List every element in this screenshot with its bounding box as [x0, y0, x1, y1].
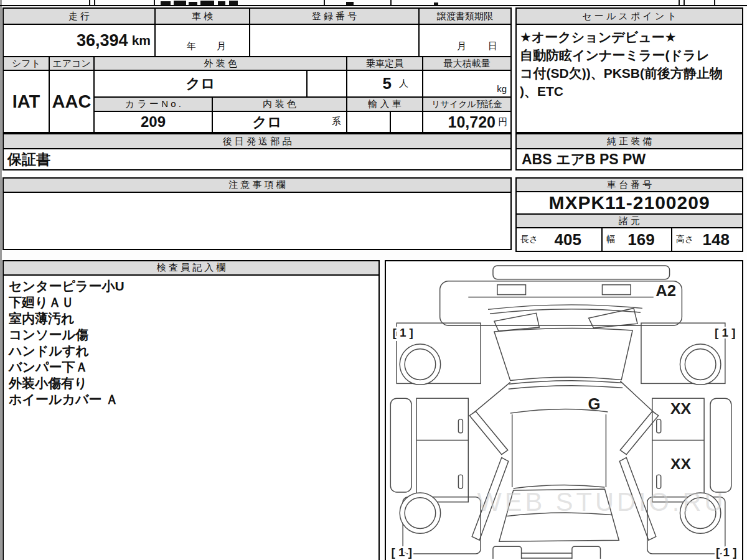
caution-box: [2, 192, 512, 250]
registration-number-cell: [249, 24, 420, 57]
tire-rear-right-mark: [ 1 ]: [716, 546, 736, 559]
exterior-color-value: クロ: [93, 70, 308, 98]
inspector-notes-header: 検 査 員 記 入 欄: [2, 260, 380, 276]
windshield-mark: G: [588, 395, 601, 413]
interior-color-suffix: 系: [332, 116, 341, 128]
inspector-note: 外装小傷有り: [9, 375, 374, 391]
spec-height-cell: 高さ 148: [671, 227, 743, 252]
auction-sheet: { "sheet": { "mileage": {"label": "走 行",…: [0, 0, 747, 560]
tire-front-right-mark: [ 1 ]: [715, 326, 735, 339]
divider: [0, 5, 747, 6]
transfer-deadline-header: 譲渡書類期限: [418, 7, 512, 25]
max-load-cell: kg: [422, 70, 512, 98]
shaken-value-cell: 年 月: [154, 24, 250, 57]
scan-edge: [0, 0, 2, 560]
deadline-day-suffix: 日: [488, 40, 497, 52]
recycle-deposit-unit: 円: [498, 116, 507, 128]
inspector-note: バンパー下Ａ: [9, 359, 374, 375]
later-parts-value: 保証書: [2, 148, 512, 170]
door-right-lower-mark: XX: [670, 455, 692, 472]
front-bumper-mark: A2: [655, 282, 676, 299]
chassis-no-value: MXPK11-2100209: [515, 191, 743, 215]
capacity-header: 乗車定員: [346, 56, 423, 71]
import-car-header: 輸 入 車: [346, 96, 423, 112]
max-load-header: 最大積載量: [422, 56, 512, 71]
spec-width-label: 幅: [603, 234, 615, 245]
recycle-deposit-value: 10,720: [448, 113, 496, 131]
deadline-month-suffix: 月: [457, 40, 466, 52]
chassis-no-header: 車 台 番 号: [515, 177, 743, 192]
mileage-header: 走 行: [2, 7, 156, 25]
interior-color-cell: クロ 系: [212, 111, 347, 133]
caution-header: 注 意 事 項 欄: [2, 177, 512, 193]
registration-number-header: 登 録 番 号: [249, 7, 420, 25]
equipment-header: 純 正 装 備: [515, 133, 743, 149]
transfer-deadline-cell: 月 日: [418, 24, 512, 57]
sales-point-box: ★オークションデビュー★ 自動防眩インナーミラー(ドラレ コ付(SD欠))、PK…: [515, 24, 743, 133]
mileage-unit: km: [132, 33, 151, 48]
inspector-note: 室内薄汚れ: [9, 310, 374, 327]
inspector-note: センターピラー小U: [9, 278, 374, 294]
spec-height-label: 高さ: [672, 234, 693, 245]
capacity-value-cell: 5 人: [346, 70, 423, 98]
shaken-year-suffix: 年: [187, 40, 196, 52]
sales-point-header: セ ー ル ス ポ イ ン ト: [515, 7, 743, 25]
shift-header: シフト: [2, 56, 50, 71]
damage-diagram-box: A2 [ 1 ] [ 1 ] G XX XX [ 1 ] [ 1 ] WEB S…: [385, 260, 743, 560]
car-damage-diagram-svg: A2 [ 1 ] [ 1 ] G XX XX [ 1 ] [ 1 ] WEB S…: [386, 261, 742, 559]
spec-length-cell: 長さ 405: [515, 227, 603, 252]
aircon-value: AAC: [49, 70, 95, 133]
watermark-text: WEB STUDIO.RU: [477, 487, 726, 516]
shaken-month-suffix: 月: [217, 40, 226, 52]
inspector-note: ホイールカバー Ａ: [9, 391, 374, 408]
capacity-value: 5: [383, 74, 392, 93]
spec-width-cell: 幅 169: [601, 227, 672, 252]
tire-rear-left-mark: [ 1 ]: [391, 546, 411, 559]
mileage-value: 36,394: [77, 31, 128, 50]
exterior-color-extra-cell: [306, 70, 347, 98]
shaken-header: 車 検: [154, 7, 250, 25]
max-load-unit: kg: [497, 83, 507, 94]
mileage-value-cell: 36,394 km: [2, 24, 156, 57]
spec-length-value: 405: [538, 230, 601, 250]
equipment-value: ABS エアB PS PW: [515, 148, 743, 170]
exterior-color-header: 外 装 色: [93, 56, 347, 71]
aircon-header: エアコン: [49, 56, 95, 71]
recycle-deposit-header: リサイクル預託金: [422, 96, 512, 112]
spec-height-value: 148: [693, 230, 742, 250]
color-no-header: カ ラ ー N o .: [93, 96, 213, 112]
inspector-note: コンソール傷: [9, 327, 374, 343]
sales-point-line: 自動防眩インナーミラー(ドラレ: [520, 46, 739, 64]
import-car-cell-2: [390, 111, 423, 133]
inspector-notes-box: センターピラー小U 下廻りＡＵ 室内薄汚れ コンソール傷 ハンドルすれ バンパー…: [2, 274, 380, 560]
later-parts-header: 後 日 発 送 部 品: [2, 133, 512, 149]
door-right-upper-mark: XX: [670, 400, 692, 417]
sales-point-line: コ付(SD欠))、PKSB(前後方静止物: [520, 64, 739, 82]
sales-point-line: )、ETC: [520, 82, 739, 100]
spec-length-label: 長さ: [517, 234, 538, 245]
tire-front-left-mark: [ 1 ]: [392, 326, 413, 339]
inspector-note: ハンドルすれ: [9, 343, 374, 359]
spec-width-value: 169: [615, 230, 671, 250]
capacity-unit: 人: [399, 78, 408, 90]
sales-point-line: ★オークションデビュー★: [520, 28, 739, 46]
recycle-deposit-cell: 10,720 円: [422, 111, 512, 133]
interior-color-header: 内 装 色: [212, 96, 347, 112]
inspector-note: 下廻りＡＵ: [9, 294, 374, 310]
interior-color-value: クロ: [213, 112, 321, 132]
shift-value: IAT: [2, 70, 50, 133]
color-no-value: 209: [93, 111, 213, 133]
specs-header: 諸 元: [515, 213, 743, 228]
import-car-cell-1: [346, 111, 391, 133]
